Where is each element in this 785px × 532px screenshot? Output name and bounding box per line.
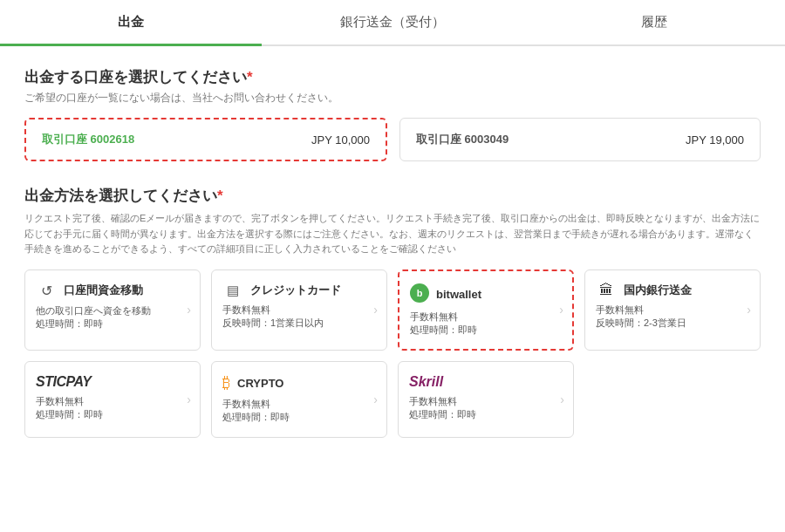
account-id-1: 取引口座 6002618 (42, 132, 134, 147)
transfer-time: 処理時間：即時 (36, 317, 189, 331)
account-section-subtitle: ご希望の口座が一覧にない場合は、当社へお問い合わせください。 (24, 91, 761, 106)
method-section-title: 出金方法を選択してください* (24, 186, 761, 206)
sticpay-time: 処理時間：即時 (36, 408, 189, 421)
account-card-1[interactable]: 取引口座 6002618 JPY 10,000 (24, 118, 387, 161)
method-card-credit[interactable]: ▤ クレジットカード 手数料無料 反映時間：1営業日以内 › (211, 269, 387, 351)
skrill-arrow: › (560, 392, 564, 406)
account-amount-1: JPY 10,000 (311, 133, 370, 147)
tab-withdrawal[interactable]: 出金 (0, 0, 262, 44)
account-section: 出金する口座を選択してください* ご希望の口座が一覧にない場合は、当社へお問い合… (24, 67, 761, 161)
methods-row-2: STICPAY 手数料無料 処理時間：即時 › ₿ CRYPTO 手数料無料 処… (24, 361, 761, 438)
bank-fee: 手数料無料 (596, 304, 749, 317)
credit-time: 反映時間：1営業日以内 (222, 317, 376, 330)
crypto-fee: 手数料無料 (222, 398, 376, 411)
transfer-name: 口座間資金移動 (64, 283, 143, 298)
account-section-title: 出金する口座を選択してください* (24, 67, 761, 87)
credit-arrow: › (373, 303, 378, 317)
transfer-arrow: › (187, 303, 191, 317)
method-card-transfer[interactable]: ↺ 口座間資金移動 他の取引口座へ資金を移動 処理時間：即時 › (24, 269, 201, 351)
account-id-2: 取引口座 6003049 (416, 132, 509, 147)
transfer-fee: 他の取引口座へ資金を移動 (36, 304, 189, 317)
method-card-sticpay[interactable]: STICPAY 手数料無料 処理時間：即時 › (24, 361, 201, 438)
crypto-time: 処理時間：即時 (222, 411, 376, 424)
credit-icon: ▤ (222, 283, 243, 298)
method-section: 出金方法を選択してください* リクエスト完了後、確認のEメールが届きますので、完… (24, 186, 761, 438)
method-card-bitwallet[interactable]: b bitwallet 手数料無料 処理時間：即時 › (398, 269, 574, 351)
credit-name: クレジットカード (250, 283, 341, 298)
method-card-crypto[interactable]: ₿ CRYPTO 手数料無料 処理時間：即時 › (211, 361, 387, 438)
bank-arrow: › (747, 303, 751, 317)
main-content: 出金する口座を選択してください* ご希望の口座が一覧にない場合は、当社へお問い合… (0, 46, 785, 459)
account-amount-2: JPY 19,000 (686, 133, 744, 147)
bitwallet-fee: 手数料無料 (410, 310, 562, 324)
bitwallet-name: bitwallet (436, 288, 481, 301)
sticpay-fee: 手数料無料 (36, 395, 189, 408)
method-card-skrill[interactable]: Skrill 手数料無料 処理時間：即時 › (398, 361, 574, 438)
bank-time: 反映時間：2-3営業日 (596, 317, 749, 330)
bank-name: 国内銀行送金 (624, 283, 692, 298)
skrill-fee: 手数料無料 (409, 395, 563, 408)
method-card-empty (584, 361, 761, 438)
method-card-bank[interactable]: 🏛 国内銀行送金 手数料無料 反映時間：2-3営業日 › (584, 269, 761, 351)
page-container: 出金 銀行送金（受付） 履歴 出金する口座を選択してください* ご希望の口座が一… (0, 0, 785, 459)
bitcoin-icon: ₿ (222, 374, 230, 392)
sticpay-arrow: › (187, 392, 191, 406)
sticpay-logo: STICPAY (36, 374, 91, 390)
bank-icon: 🏛 (596, 283, 617, 298)
skrill-time: 処理時間：即時 (409, 408, 563, 421)
methods-row-1: ↺ 口座間資金移動 他の取引口座へ資金を移動 処理時間：即時 › ▤ クレジット… (24, 269, 761, 351)
tabs-bar: 出金 銀行送金（受付） 履歴 (0, 0, 785, 46)
credit-fee: 手数料無料 (222, 304, 376, 317)
transfer-icon: ↺ (36, 283, 57, 299)
bitwallet-time: 処理時間：即時 (410, 324, 562, 337)
account-cards-row: 取引口座 6002618 JPY 10,000 取引口座 6003049 JPY… (24, 118, 761, 161)
account-card-2[interactable]: 取引口座 6003049 JPY 19,000 (399, 118, 761, 161)
tab-history[interactable]: 履歴 (523, 0, 785, 44)
tab-bank-transfer[interactable]: 銀行送金（受付） (262, 0, 523, 44)
bitwallet-arrow: › (559, 303, 563, 317)
skrill-logo: Skrill (409, 374, 443, 390)
crypto-name: CRYPTO (237, 377, 283, 390)
method-section-desc: リクエスト完了後、確認のEメールが届きますので、完了ボタンを押してください。リク… (24, 211, 761, 257)
bitwallet-icon: b (410, 283, 429, 305)
svg-text:b: b (417, 288, 423, 298)
crypto-arrow: › (373, 392, 378, 406)
